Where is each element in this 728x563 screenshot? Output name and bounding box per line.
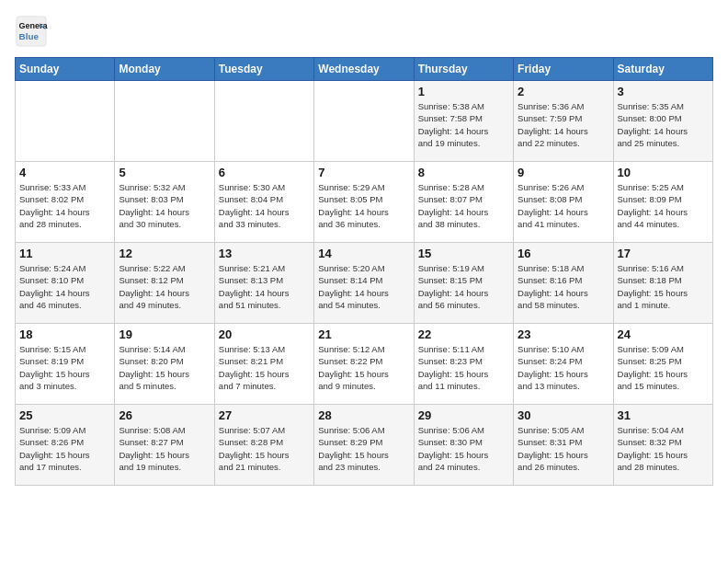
calendar-cell: 24Sunrise: 5:09 AM Sunset: 8:25 PM Dayli… [613,324,712,405]
calendar-cell: 12Sunrise: 5:22 AM Sunset: 8:12 PM Dayli… [115,243,214,324]
calendar-cell: 26Sunrise: 5:08 AM Sunset: 8:27 PM Dayli… [115,405,214,486]
calendar-cell: 9Sunrise: 5:26 AM Sunset: 8:08 PM Daylig… [514,162,613,243]
day-header-thursday: Thursday [414,58,513,81]
day-content: Sunrise: 5:12 AM Sunset: 8:22 PM Dayligh… [318,343,409,392]
day-content: Sunrise: 5:30 AM Sunset: 8:04 PM Dayligh… [219,181,310,230]
day-content: Sunrise: 5:09 AM Sunset: 8:25 PM Dayligh… [618,343,709,392]
calendar-cell [16,81,115,162]
calendar-table: SundayMondayTuesdayWednesdayThursdayFrid… [15,57,713,486]
day-number: 10 [618,166,709,179]
day-content: Sunrise: 5:28 AM Sunset: 8:07 PM Dayligh… [418,181,509,230]
day-content: Sunrise: 5:13 AM Sunset: 8:21 PM Dayligh… [219,343,310,392]
calendar-cell: 16Sunrise: 5:18 AM Sunset: 8:16 PM Dayli… [514,243,613,324]
day-content: Sunrise: 5:14 AM Sunset: 8:20 PM Dayligh… [119,343,210,392]
day-number: 6 [219,166,310,179]
day-content: Sunrise: 5:26 AM Sunset: 8:08 PM Dayligh… [518,181,609,230]
logo: General Blue [15,15,48,48]
day-number: 21 [318,327,409,341]
day-number: 4 [19,166,110,179]
day-number: 5 [119,166,210,179]
week-row-1: 1Sunrise: 5:38 AM Sunset: 7:58 PM Daylig… [16,81,713,162]
day-number: 28 [318,408,409,422]
calendar-cell: 3Sunrise: 5:35 AM Sunset: 8:00 PM Daylig… [613,81,712,162]
day-number: 1 [418,85,509,98]
calendar-cell: 8Sunrise: 5:28 AM Sunset: 8:07 PM Daylig… [414,162,513,243]
svg-text:Blue: Blue [19,31,40,41]
day-content: Sunrise: 5:29 AM Sunset: 8:05 PM Dayligh… [318,181,409,230]
day-number: 13 [219,247,310,260]
week-row-2: 4Sunrise: 5:33 AM Sunset: 8:02 PM Daylig… [16,162,713,243]
day-number: 18 [19,327,110,341]
day-number: 15 [418,247,509,260]
day-content: Sunrise: 5:08 AM Sunset: 8:27 PM Dayligh… [119,424,210,473]
day-number: 26 [119,408,210,422]
day-content: Sunrise: 5:24 AM Sunset: 8:10 PM Dayligh… [19,262,110,311]
day-number: 23 [518,327,609,341]
day-content: Sunrise: 5:04 AM Sunset: 8:32 PM Dayligh… [618,424,709,473]
day-header-sunday: Sunday [16,58,115,81]
day-content: Sunrise: 5:06 AM Sunset: 8:30 PM Dayligh… [418,424,509,473]
day-header-saturday: Saturday [613,58,712,81]
week-row-3: 11Sunrise: 5:24 AM Sunset: 8:10 PM Dayli… [16,243,713,324]
calendar-cell: 28Sunrise: 5:06 AM Sunset: 8:29 PM Dayli… [314,405,414,486]
day-content: Sunrise: 5:18 AM Sunset: 8:16 PM Dayligh… [518,262,609,311]
calendar-cell: 17Sunrise: 5:16 AM Sunset: 8:18 PM Dayli… [613,243,712,324]
day-number: 17 [618,247,709,260]
calendar-cell [214,81,313,162]
day-number: 31 [618,408,709,422]
day-number: 8 [418,166,509,179]
day-content: Sunrise: 5:15 AM Sunset: 8:19 PM Dayligh… [19,343,110,392]
day-number: 20 [219,327,310,341]
day-number: 12 [119,247,210,260]
calendar-body: 1Sunrise: 5:38 AM Sunset: 7:58 PM Daylig… [16,81,713,486]
calendar-cell: 20Sunrise: 5:13 AM Sunset: 8:21 PM Dayli… [214,324,313,405]
day-number: 14 [318,247,409,260]
calendar-cell: 1Sunrise: 5:38 AM Sunset: 7:58 PM Daylig… [414,81,513,162]
day-content: Sunrise: 5:05 AM Sunset: 8:31 PM Dayligh… [518,424,609,473]
calendar-cell: 14Sunrise: 5:20 AM Sunset: 8:14 PM Dayli… [314,243,414,324]
day-number: 11 [19,247,110,260]
header: General Blue [15,15,713,48]
calendar-cell: 21Sunrise: 5:12 AM Sunset: 8:22 PM Dayli… [314,324,414,405]
day-content: Sunrise: 5:22 AM Sunset: 8:12 PM Dayligh… [119,262,210,311]
day-number: 16 [518,247,609,260]
day-header-tuesday: Tuesday [214,58,313,81]
day-number: 25 [19,408,110,422]
day-number: 27 [219,408,310,422]
day-number: 9 [518,166,609,179]
day-header-wednesday: Wednesday [314,58,414,81]
day-content: Sunrise: 5:20 AM Sunset: 8:14 PM Dayligh… [318,262,409,311]
day-content: Sunrise: 5:06 AM Sunset: 8:29 PM Dayligh… [318,424,409,473]
calendar-cell: 10Sunrise: 5:25 AM Sunset: 8:09 PM Dayli… [613,162,712,243]
calendar-cell [115,81,214,162]
calendar-cell: 11Sunrise: 5:24 AM Sunset: 8:10 PM Dayli… [16,243,115,324]
svg-text:General: General [19,21,49,30]
calendar-cell: 4Sunrise: 5:33 AM Sunset: 8:02 PM Daylig… [16,162,115,243]
calendar-cell [314,81,414,162]
calendar-cell: 27Sunrise: 5:07 AM Sunset: 8:28 PM Dayli… [214,405,313,486]
day-number: 22 [418,327,509,341]
day-content: Sunrise: 5:21 AM Sunset: 8:13 PM Dayligh… [219,262,310,311]
week-row-4: 18Sunrise: 5:15 AM Sunset: 8:19 PM Dayli… [16,324,713,405]
day-content: Sunrise: 5:11 AM Sunset: 8:23 PM Dayligh… [418,343,509,392]
day-number: 7 [318,166,409,179]
calendar-cell: 22Sunrise: 5:11 AM Sunset: 8:23 PM Dayli… [414,324,513,405]
day-content: Sunrise: 5:36 AM Sunset: 7:59 PM Dayligh… [518,100,609,149]
day-content: Sunrise: 5:33 AM Sunset: 8:02 PM Dayligh… [19,181,110,230]
day-number: 3 [618,85,709,98]
day-header-monday: Monday [115,58,214,81]
calendar-header: SundayMondayTuesdayWednesdayThursdayFrid… [16,58,713,81]
day-content: Sunrise: 5:19 AM Sunset: 8:15 PM Dayligh… [418,262,509,311]
calendar-cell: 18Sunrise: 5:15 AM Sunset: 8:19 PM Dayli… [16,324,115,405]
calendar-cell: 5Sunrise: 5:32 AM Sunset: 8:03 PM Daylig… [115,162,214,243]
calendar-cell: 31Sunrise: 5:04 AM Sunset: 8:32 PM Dayli… [613,405,712,486]
calendar-cell: 23Sunrise: 5:10 AM Sunset: 8:24 PM Dayli… [514,324,613,405]
calendar-cell: 30Sunrise: 5:05 AM Sunset: 8:31 PM Dayli… [514,405,613,486]
day-content: Sunrise: 5:10 AM Sunset: 8:24 PM Dayligh… [518,343,609,392]
calendar-cell: 19Sunrise: 5:14 AM Sunset: 8:20 PM Dayli… [115,324,214,405]
day-content: Sunrise: 5:35 AM Sunset: 8:00 PM Dayligh… [618,100,709,149]
day-content: Sunrise: 5:09 AM Sunset: 8:26 PM Dayligh… [19,424,110,473]
day-content: Sunrise: 5:38 AM Sunset: 7:58 PM Dayligh… [418,100,509,149]
day-content: Sunrise: 5:07 AM Sunset: 8:28 PM Dayligh… [219,424,310,473]
day-content: Sunrise: 5:25 AM Sunset: 8:09 PM Dayligh… [618,181,709,230]
